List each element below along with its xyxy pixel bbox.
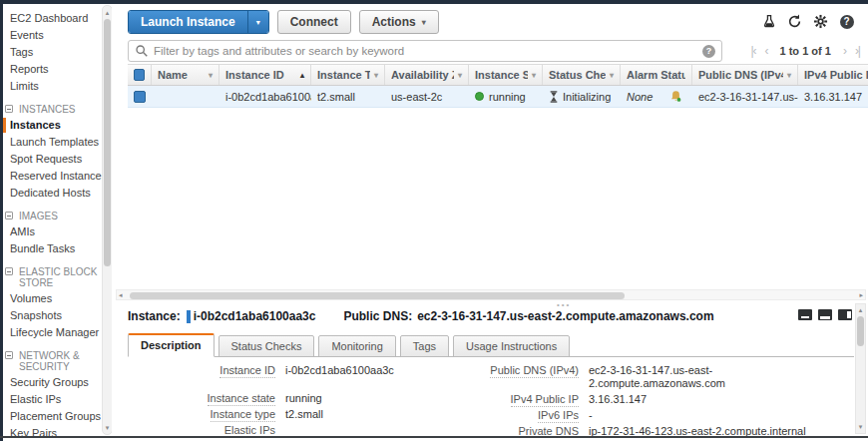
- scroll-up-icon[interactable]: ▴: [856, 306, 865, 314]
- column-menu-icon[interactable]: ▾: [454, 71, 462, 80]
- sidebar-section-network-security: NETWORK & SECURITY: [3, 348, 100, 374]
- sidebar-item-dedicated-hosts[interactable]: Dedicated Hosts: [3, 185, 100, 202]
- column-header-instance-state[interactable]: Instance State▾: [469, 65, 543, 85]
- sidebar-item-amis[interactable]: AMIs: [3, 223, 100, 240]
- settings-gear-icon[interactable]: [813, 14, 828, 29]
- launch-instance-split-button: Launch Instance ▾: [128, 10, 269, 34]
- sidebar-item-bundle-tasks[interactable]: Bundle Tasks: [3, 240, 100, 257]
- help-question-glyph: ?: [840, 15, 854, 29]
- cell-name: [152, 86, 219, 107]
- sidebar-item-ec2-dashboard[interactable]: EC2 Dashboard: [3, 10, 100, 27]
- layout-split-vertical-icon[interactable]: [838, 309, 852, 320]
- sidebar-item-events[interactable]: Events: [3, 27, 100, 44]
- field-value: [285, 424, 427, 436]
- running-state-icon: [475, 92, 484, 101]
- selection-cursor-bar: [187, 310, 191, 323]
- horizontal-scrollbar-thumb[interactable]: [130, 292, 625, 299]
- column-header-public-dns-ipv4[interactable]: Public DNS (IPv4)▾: [692, 65, 798, 85]
- sidebar-item-reports[interactable]: Reports: [3, 61, 100, 78]
- actions-button[interactable]: Actions ▾: [359, 10, 439, 34]
- sidebar-item-placement-groups[interactable]: Placement Groups: [3, 408, 100, 425]
- column-menu-icon[interactable]: ▾: [783, 71, 791, 80]
- collapse-section-icon[interactable]: [5, 351, 13, 359]
- sidebar-item-instances[interactable]: Instances: [3, 117, 100, 134]
- collapse-section-icon[interactable]: [5, 212, 13, 220]
- horizontal-scrollbar[interactable]: ◂ ▸: [116, 289, 866, 300]
- filter-box[interactable]: ?: [128, 40, 722, 62]
- table-header-row: Name▾Instance ID▴Instance Type▾Availabil…: [128, 64, 868, 86]
- detail-header: Instance: i-0b2cd1aba6100aa3c Public DNS…: [128, 309, 798, 323]
- field-label: Private DNS: [431, 425, 579, 436]
- sidebar-item-lifecycle-manager[interactable]: Lifecycle Manager: [3, 324, 100, 341]
- launch-instance-button[interactable]: Launch Instance: [129, 11, 247, 33]
- row-checkbox[interactable]: [134, 91, 146, 103]
- tab-usage-instructions[interactable]: Usage Instructions: [453, 335, 570, 357]
- sidebar-item-key-pairs[interactable]: Key Pairs: [3, 425, 100, 436]
- tab-tags[interactable]: Tags: [400, 335, 449, 357]
- sort-ascending-icon[interactable]: ▴: [296, 71, 304, 80]
- pagination: |‹ ‹ 1 to 1 of 1 › ›|: [750, 44, 860, 58]
- tab-monitoring[interactable]: Monitoring: [318, 335, 395, 357]
- sidebar: EC2 DashboardEventsTagsReportsLimitsINST…: [3, 4, 113, 436]
- refresh-icon[interactable]: [787, 14, 802, 29]
- detail-public-dns: ec2-3-16-31-147.us-east-2.compute.amazon…: [417, 309, 713, 323]
- sidebar-item-security-groups[interactable]: Security Groups: [3, 374, 100, 391]
- scroll-up-icon[interactable]: ▴: [103, 8, 112, 17]
- launch-instance-caret[interactable]: ▾: [247, 11, 268, 33]
- column-header-availability-zone[interactable]: Availability Zone▾: [385, 65, 469, 85]
- scroll-down-icon[interactable]: ▾: [103, 423, 112, 432]
- sidebar-scrollbar-thumb[interactable]: [104, 19, 111, 266]
- sidebar-item-launch-templates[interactable]: Launch Templates: [3, 134, 100, 151]
- field-value: ec2-3-16-31-147.us-east-2.compute.amazon…: [589, 364, 836, 390]
- filter-input[interactable]: [154, 45, 702, 57]
- connect-button[interactable]: Connect: [277, 10, 351, 34]
- column-header-alarm-status[interactable]: Alarm Status: [621, 65, 692, 85]
- page-next-icon[interactable]: ›: [843, 44, 846, 58]
- layout-split-horizontal-icon[interactable]: [818, 309, 832, 320]
- column-menu-icon[interactable]: ▾: [205, 71, 213, 80]
- collapse-section-icon[interactable]: [5, 267, 13, 275]
- help-icon[interactable]: ?: [839, 14, 854, 29]
- sidebar-item-spot-requests[interactable]: Spot Requests: [3, 151, 100, 168]
- collapse-section-icon[interactable]: [5, 105, 13, 113]
- column-header-label: Availability Zone: [391, 69, 454, 81]
- detail-field-instance-state: Instance staterunning: [128, 392, 427, 405]
- column-header-instance-id[interactable]: Instance ID▴: [219, 65, 311, 85]
- detail-scrollbar-thumb[interactable]: [857, 316, 864, 346]
- table-row[interactable]: i-0b2cd1aba6100aa3c t2.small us-east-2c …: [128, 86, 868, 108]
- sidebar-item-snapshots[interactable]: Snapshots: [3, 307, 100, 324]
- sidebar-item-elastic-ips[interactable]: Elastic IPs: [3, 391, 100, 408]
- alarm-bell-icon[interactable]: [669, 90, 682, 103]
- page-first-icon[interactable]: |‹: [750, 44, 755, 58]
- scroll-left-icon[interactable]: ◂: [119, 291, 123, 299]
- pagination-range: 1 to 1 of 1: [780, 45, 831, 57]
- column-menu-icon[interactable]: ▾: [528, 71, 536, 80]
- column-header-instance-type[interactable]: Instance Type▾: [311, 65, 385, 85]
- column-header-status-checks[interactable]: Status Checks▾: [543, 65, 621, 85]
- sidebar-item-tags[interactable]: Tags: [3, 44, 100, 61]
- tab-status-checks[interactable]: Status Checks: [218, 335, 315, 357]
- labs-flask-icon[interactable]: [761, 14, 776, 29]
- sidebar-section-label: NETWORK & SECURITY: [19, 350, 80, 372]
- column-menu-icon[interactable]: ▾: [606, 71, 614, 80]
- sidebar-item-limits[interactable]: Limits: [3, 78, 100, 95]
- main-panel: Launch Instance ▾ Connect Actions ▾: [112, 4, 868, 436]
- page-last-icon[interactable]: ›|: [855, 44, 860, 58]
- scroll-right-icon[interactable]: ▸: [859, 291, 863, 299]
- sidebar-item-reserved-instances[interactable]: Reserved Instances: [3, 168, 100, 185]
- detail-field-private-dns: Private DNSip-172-31-46-123.us-east-2.co…: [431, 425, 840, 436]
- select-all-checkbox[interactable]: [134, 69, 145, 81]
- column-header-ipv4-public-ip[interactable]: IPv4 Public IP: [798, 65, 868, 85]
- column-menu-icon[interactable]: ▾: [370, 71, 378, 80]
- filter-help-icon[interactable]: ?: [702, 45, 715, 58]
- detail-vertical-scrollbar[interactable]: ▴ ▾: [855, 303, 866, 434]
- column-header-name[interactable]: Name▾: [152, 65, 219, 85]
- field-label: Instance state: [128, 392, 275, 405]
- layout-bottom-pane-icon[interactable]: [798, 309, 812, 320]
- scroll-down-icon[interactable]: ▾: [856, 423, 865, 431]
- detail-field-instance-id: Instance IDi-0b2cd1aba6100aa3c: [128, 364, 427, 377]
- page-prev-icon[interactable]: ‹: [765, 44, 768, 58]
- tab-description[interactable]: Description: [128, 333, 215, 357]
- panel-resize-handle[interactable]: •••: [557, 300, 571, 309]
- sidebar-item-volumes[interactable]: Volumes: [3, 290, 100, 307]
